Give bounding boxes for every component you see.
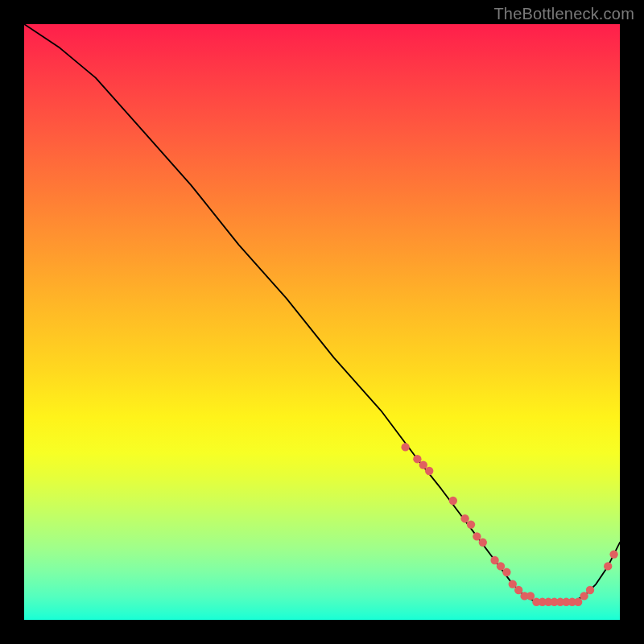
- plot-area: [24, 24, 620, 620]
- background-gradient: [24, 24, 620, 620]
- chart-stage: TheBottleneck.com: [0, 0, 644, 644]
- watermark-text: TheBottleneck.com: [493, 5, 634, 23]
